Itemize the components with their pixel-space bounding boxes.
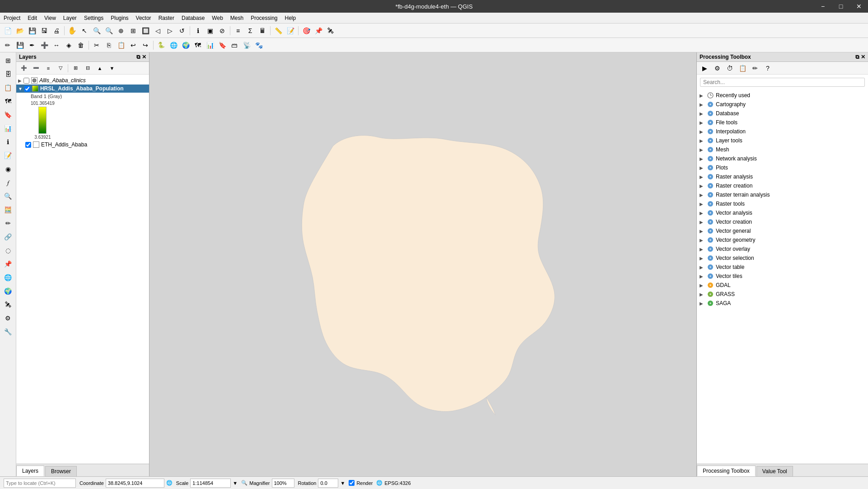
zoom-selection-button[interactable]: 🔲 xyxy=(140,25,151,37)
menu-processing[interactable]: Processing xyxy=(247,13,281,23)
tab-value-tool[interactable]: Value Tool xyxy=(756,466,793,476)
map-canvas[interactable] xyxy=(149,52,696,476)
layer-visible-clinics[interactable] xyxy=(23,78,29,84)
calc-button[interactable]: 🖩 xyxy=(257,25,268,37)
deselect-button[interactable]: ⊘ xyxy=(216,25,228,37)
processing-help-button[interactable]: ? xyxy=(762,62,774,74)
zoom-last-button[interactable]: ◁ xyxy=(152,25,163,37)
zoom-layer-button[interactable]: ⊞ xyxy=(127,25,139,37)
magnifier-input[interactable] xyxy=(272,479,294,488)
browser-icon[interactable]: 🗄 xyxy=(2,68,14,80)
tree-arrow-14[interactable]: ▶ xyxy=(700,220,705,225)
menu-layer[interactable]: Layer xyxy=(60,13,80,23)
add-layer-button[interactable]: ➕ xyxy=(18,62,30,74)
tree-arrow-23[interactable]: ▶ xyxy=(700,301,705,306)
plugin-btn-6[interactable]: 🗃 xyxy=(229,39,240,51)
tree-item-raster-analysis[interactable]: ▶ Raster analysis xyxy=(697,172,868,181)
redo-button[interactable]: ↪ xyxy=(140,39,151,51)
new-project-button[interactable]: 📄 xyxy=(2,25,14,37)
processing-results-button[interactable]: 📋 xyxy=(737,62,748,74)
tab-browser[interactable]: Browser xyxy=(45,466,77,476)
add-feature-button[interactable]: ➕ xyxy=(38,39,50,51)
plugin-left-4[interactable]: ⚙ xyxy=(2,312,14,324)
tree-item-saga[interactable]: ▶ SAGA xyxy=(697,299,868,308)
layer-visible-population[interactable] xyxy=(24,86,30,92)
coord-capture-button[interactable]: 🎯 xyxy=(300,25,312,37)
tree-arrow-18[interactable]: ▶ xyxy=(700,256,705,261)
scale-dropdown-icon[interactable]: ▼ xyxy=(233,480,238,486)
snap-icon[interactable]: 🔗 xyxy=(2,230,14,243)
tree-arrow-22[interactable]: ▶ xyxy=(700,292,705,297)
coordinate-input[interactable] xyxy=(106,479,164,488)
tree-item-database[interactable]: ▶ Database xyxy=(697,109,868,118)
annotation-button[interactable]: 📝 xyxy=(285,25,296,37)
save-as-button[interactable]: 🖫 xyxy=(38,25,50,37)
toggle-editing-button[interactable]: ✏ xyxy=(2,39,14,51)
overview-icon[interactable]: 🗺 xyxy=(2,95,14,108)
tree-arrow-11[interactable]: ▶ xyxy=(700,193,705,197)
layer-expand-population[interactable]: ▼ xyxy=(18,86,23,91)
filter-layer-button[interactable]: ▽ xyxy=(55,62,66,74)
zoom-full-button[interactable]: ⊕ xyxy=(115,25,127,37)
processing-history-button[interactable]: ⏱ xyxy=(724,62,736,74)
georef-icon[interactable]: 📌 xyxy=(2,258,14,270)
processing-panel-float-button[interactable]: ⧉ xyxy=(855,54,859,60)
menu-view[interactable]: View xyxy=(41,13,60,23)
results-viewer-icon[interactable]: 📝 xyxy=(2,149,14,162)
undo-button[interactable]: ↩ xyxy=(127,39,139,51)
tree-item-network-analysis[interactable]: ▶ Network analysis xyxy=(697,154,868,163)
layers-panel-float-button[interactable]: ⧉ xyxy=(136,54,140,60)
tree-arrow-8[interactable]: ▶ xyxy=(700,165,705,170)
menu-settings[interactable]: Settings xyxy=(80,13,107,23)
menu-edit[interactable]: Edit xyxy=(24,13,41,23)
tree-item-vector-geometry[interactable]: ▶ Vector geometry xyxy=(697,235,868,244)
menu-vector[interactable]: Vector xyxy=(132,13,155,23)
minimize-button[interactable]: − xyxy=(814,0,832,13)
gps-button[interactable]: 🛰 xyxy=(325,25,336,37)
move-feature-button[interactable]: ↔ xyxy=(51,39,62,51)
tree-arrow-3[interactable]: ▶ xyxy=(700,120,705,125)
locate-input[interactable] xyxy=(4,479,76,488)
bookmarks-icon[interactable]: 🔖 xyxy=(2,108,14,121)
remove-layer-button[interactable]: ➖ xyxy=(30,62,42,74)
tree-arrow-7[interactable]: ▶ xyxy=(700,156,705,161)
scale-input[interactable] xyxy=(190,479,231,488)
plugin-btn-2[interactable]: 🌍 xyxy=(180,39,191,51)
paste-features-button[interactable]: 📋 xyxy=(115,39,127,51)
plugin-btn-8[interactable]: 🐾 xyxy=(253,39,265,51)
menu-help[interactable]: Help xyxy=(281,13,300,23)
tree-item-raster-terrain-analysis[interactable]: ▶ Raster terrain analysis xyxy=(697,190,868,199)
select-feature-button[interactable]: ↖ xyxy=(79,25,90,37)
tree-arrow-0[interactable]: ▶ xyxy=(700,93,705,98)
statistics-button[interactable]: Σ xyxy=(244,25,256,37)
tree-arrow-9[interactable]: ▶ xyxy=(700,174,705,179)
processing-search-input[interactable] xyxy=(700,78,865,87)
plugin-left-5[interactable]: 🔧 xyxy=(2,325,14,338)
tree-item-raster-tools[interactable]: ▶ Raster tools xyxy=(697,199,868,208)
log-icon[interactable]: 📋 xyxy=(2,81,14,94)
plugin-btn-3[interactable]: 🗺 xyxy=(192,39,204,51)
tree-item-gdal[interactable]: ▶ GDAL xyxy=(697,281,868,290)
plugin-left-2[interactable]: 🌍 xyxy=(2,285,14,297)
tree-item-mesh[interactable]: ▶ Mesh xyxy=(697,145,868,154)
layer-item-clinics[interactable]: ▶ Allis_Ababa_clinics xyxy=(16,76,149,85)
tree-item-vector-creation[interactable]: ▶ Vector creation xyxy=(697,217,868,226)
tree-arrow-13[interactable]: ▶ xyxy=(700,211,705,216)
layer-item-population[interactable]: ▼ HRSL_Addis_Ababa_Population xyxy=(16,85,149,93)
tree-arrow-4[interactable]: ▶ xyxy=(700,129,705,134)
expand-all-button[interactable]: ⊞ xyxy=(70,62,81,74)
tree-arrow-5[interactable]: ▶ xyxy=(700,138,705,143)
open-project-button[interactable]: 📂 xyxy=(14,25,26,37)
rotation-dropdown-icon[interactable]: ▼ xyxy=(340,480,345,486)
menu-raster[interactable]: Raster xyxy=(155,13,178,23)
refresh-button[interactable]: ↺ xyxy=(176,25,188,37)
plugin-left-3[interactable]: 🛰 xyxy=(2,298,14,311)
pan-map-button[interactable]: ✋ xyxy=(66,25,78,37)
tree-arrow-15[interactable]: ▶ xyxy=(700,229,705,234)
rotation-input[interactable] xyxy=(318,479,338,488)
zoom-next-button[interactable]: ▷ xyxy=(164,25,176,37)
save-edits-button[interactable]: 💾 xyxy=(14,39,26,51)
tree-item-file-tools[interactable]: ▶ File tools xyxy=(697,118,868,127)
tree-item-plots[interactable]: ▶ Plots xyxy=(697,163,868,172)
tree-arrow-1[interactable]: ▶ xyxy=(700,102,705,107)
